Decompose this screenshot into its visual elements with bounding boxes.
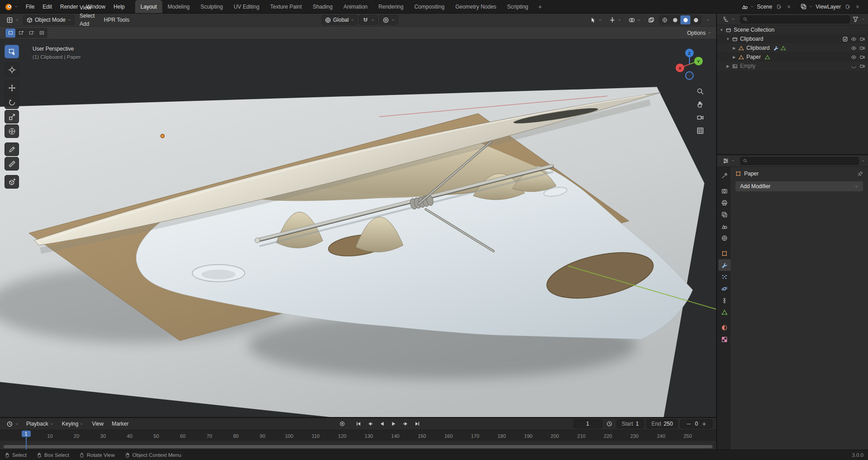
timeline-menu-playback[interactable]: Playback bbox=[23, 420, 57, 428]
expander-icon[interactable]: ▼ bbox=[725, 37, 731, 41]
properties-search-input[interactable] bbox=[750, 158, 856, 164]
frame-start-field[interactable]: Start 1 bbox=[617, 419, 644, 428]
gizmo-z-negative-axis[interactable] bbox=[686, 72, 693, 80]
snapping-control[interactable] bbox=[359, 15, 378, 25]
tool-add-cube[interactable] bbox=[5, 175, 19, 189]
viewport-menu-select[interactable]: Select bbox=[76, 12, 99, 20]
frame-end-field[interactable]: End 250 bbox=[646, 419, 678, 428]
shading-material-button[interactable] bbox=[680, 15, 690, 24]
pin-id-toggle[interactable] bbox=[857, 171, 863, 177]
toggle-xray-button[interactable] bbox=[645, 16, 657, 24]
workspace-tab-geometry-nodes[interactable]: Geometry Nodes bbox=[450, 0, 502, 13]
camera-toggle-icon[interactable] bbox=[859, 36, 865, 42]
viewport-menu-hpr-tools[interactable]: HPR Tools bbox=[100, 16, 133, 24]
eye-toggle-icon[interactable] bbox=[851, 36, 857, 42]
workspace-tab-compositing[interactable]: Compositing bbox=[409, 0, 450, 13]
object-origin-dot[interactable] bbox=[161, 134, 165, 138]
workspace-tab-layout[interactable]: Layout bbox=[135, 0, 162, 13]
outliner-search-input[interactable] bbox=[750, 17, 847, 22]
workspace-tab-sculpting[interactable]: Sculpting bbox=[195, 0, 228, 13]
camera-toggle-icon[interactable] bbox=[859, 63, 865, 69]
shading-rendered-button[interactable] bbox=[691, 15, 701, 24]
shading-wireframe-button[interactable] bbox=[660, 15, 670, 24]
increment-button[interactable] bbox=[701, 421, 708, 427]
tool-measure[interactable] bbox=[5, 157, 19, 171]
viewlayer-selector[interactable]: ViewLayer bbox=[798, 2, 863, 12]
toggle-orthographic-button[interactable] bbox=[696, 127, 704, 135]
tool-annotate[interactable] bbox=[5, 142, 19, 156]
outliner-row-scene-collection[interactable]: ▼Scene Collection bbox=[717, 25, 868, 34]
viewport-menu-view[interactable]: View bbox=[76, 4, 99, 12]
menu-file[interactable]: File bbox=[22, 0, 38, 13]
outliner-row-paper[interactable]: ▶Paper bbox=[717, 52, 868, 62]
jump-to-end-button[interactable] bbox=[412, 419, 423, 429]
remove-viewlayer-button[interactable] bbox=[854, 3, 862, 11]
timeline-menu-keying[interactable]: Keying bbox=[58, 420, 88, 428]
timeline-menu-view[interactable]: View bbox=[88, 420, 107, 428]
outliner-row-clipboard[interactable]: ▶Clipboard bbox=[717, 43, 868, 52]
show-gizmo-toggle[interactable] bbox=[606, 16, 624, 24]
navigation-gizmo[interactable]: Z Y X bbox=[670, 45, 709, 84]
outliner-editor-type-button[interactable] bbox=[720, 15, 738, 24]
tool-select-box[interactable] bbox=[5, 45, 19, 58]
eye-closed-toggle-icon[interactable] bbox=[851, 63, 857, 69]
properties-tab-world[interactable] bbox=[718, 232, 731, 244]
tool-cursor[interactable] bbox=[5, 63, 19, 76]
outliner-row-empty[interactable]: ▶Empty bbox=[717, 62, 868, 71]
properties-tab-constraints[interactable] bbox=[718, 294, 731, 306]
menu-help[interactable]: Help bbox=[109, 0, 129, 13]
camera-view-button[interactable] bbox=[696, 114, 704, 122]
next-keyframe-button[interactable] bbox=[400, 419, 411, 429]
3d-viewport[interactable]: User Perspective (1) Clipboard | Paper Z… bbox=[0, 39, 716, 417]
3d-viewport-canvas[interactable] bbox=[0, 39, 716, 417]
properties-tab-render[interactable] bbox=[718, 185, 731, 197]
properties-tab-particles[interactable] bbox=[718, 271, 731, 283]
current-frame-field[interactable]: 1 bbox=[573, 419, 602, 428]
expander-icon[interactable]: ▼ bbox=[719, 28, 724, 32]
workspace-tab-scripting[interactable]: Scripting bbox=[502, 0, 534, 13]
tool-scale[interactable] bbox=[5, 110, 19, 123]
expander-icon[interactable]: ▶ bbox=[725, 64, 731, 68]
timeline-track[interactable] bbox=[0, 441, 716, 450]
timeline-menu-marker[interactable]: Marker bbox=[108, 420, 132, 428]
workspace-tab-modeling[interactable]: Modeling bbox=[162, 0, 195, 13]
properties-tab-physics[interactable] bbox=[718, 283, 731, 294]
decrement-button[interactable] bbox=[685, 421, 692, 427]
editor-type-button[interactable] bbox=[4, 16, 22, 24]
delete-scene-button[interactable] bbox=[785, 3, 793, 11]
new-viewlayer-button[interactable] bbox=[844, 3, 852, 11]
add-workspace-button[interactable]: + bbox=[534, 0, 547, 13]
playhead[interactable]: 1 bbox=[26, 430, 27, 450]
outliner-row-clipboard[interactable]: ▼Clipboard bbox=[717, 34, 868, 43]
zoom-view-button[interactable] bbox=[696, 87, 704, 95]
new-scene-button[interactable] bbox=[775, 3, 783, 11]
workspace-tab-texture-paint[interactable]: Texture Paint bbox=[265, 0, 307, 13]
camera-toggle-icon[interactable] bbox=[859, 45, 865, 51]
frame-stepper-field[interactable]: 0 bbox=[680, 419, 712, 428]
scene-selector[interactable]: Scene bbox=[740, 2, 795, 12]
shading-options-dropdown[interactable] bbox=[703, 17, 712, 23]
tool-rotate[interactable] bbox=[5, 95, 19, 109]
properties-search-box[interactable] bbox=[740, 157, 859, 165]
select-mode-subtract-button[interactable] bbox=[26, 28, 36, 38]
preview-range-toggle[interactable] bbox=[605, 419, 614, 429]
properties-tab-data[interactable] bbox=[718, 306, 731, 318]
playhead-frame-chip[interactable]: 1 bbox=[21, 431, 30, 437]
previous-keyframe-button[interactable] bbox=[365, 419, 376, 429]
options-dropdown[interactable]: Options bbox=[687, 30, 712, 36]
properties-tab-modifiers[interactable] bbox=[718, 259, 731, 271]
transform-orientation-selector[interactable]: Global bbox=[321, 15, 358, 25]
chevron-down-icon[interactable] bbox=[861, 17, 865, 21]
expander-icon[interactable]: ▶ bbox=[731, 46, 737, 50]
play-reverse-button[interactable] bbox=[377, 419, 387, 429]
camera-toggle-icon[interactable] bbox=[859, 54, 865, 60]
checkbox-toggle-icon[interactable] bbox=[842, 36, 848, 42]
select-mode-invert-button[interactable] bbox=[37, 28, 47, 38]
show-overlays-toggle[interactable] bbox=[626, 16, 644, 24]
properties-editor-type-button[interactable] bbox=[720, 156, 738, 165]
properties-tab-output[interactable] bbox=[718, 197, 731, 209]
filter-icon[interactable] bbox=[852, 16, 859, 23]
outliner-search-box[interactable] bbox=[740, 15, 850, 24]
add-modifier-button[interactable]: Add Modifier bbox=[735, 181, 863, 192]
shading-solid-button[interactable] bbox=[670, 15, 680, 24]
